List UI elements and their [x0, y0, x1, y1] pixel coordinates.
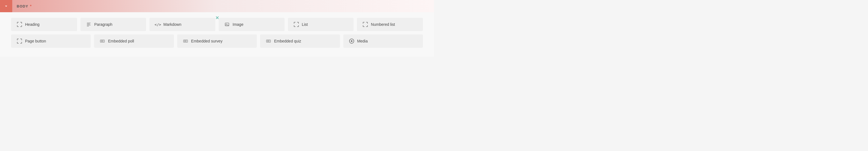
numbered-list-label: Numbered list [371, 22, 395, 27]
numbered-list-icon [363, 22, 368, 27]
svg-rect-2 [87, 25, 91, 26]
row-2: Page button Embedded poll [11, 34, 423, 48]
embedded-quiz-label: Embedded quiz [274, 39, 301, 43]
heading-icon [17, 22, 22, 27]
svg-rect-3 [87, 26, 89, 26]
media-label: Media [357, 39, 368, 43]
svg-rect-1 [87, 24, 90, 25]
svg-rect-0 [87, 23, 91, 23]
embedded-poll-label: Embedded poll [108, 39, 134, 43]
required-marker: * [30, 4, 31, 8]
list-item[interactable]: List [288, 18, 354, 31]
page-button-icon [17, 38, 22, 44]
markdown-icon: </> [155, 22, 160, 27]
page-button-item[interactable]: Page button [11, 34, 91, 48]
list-icon [293, 22, 299, 27]
page-button-label: Page button [25, 39, 46, 43]
embedded-poll-icon [100, 38, 105, 44]
main-content: ✕ Heading Paragraph </> Ma [0, 12, 434, 56]
media-item[interactable]: Media [343, 34, 423, 48]
embedded-quiz-icon [266, 38, 271, 44]
list-label: List [302, 22, 308, 27]
image-item[interactable]: Image [219, 18, 285, 31]
paragraph-icon [86, 22, 92, 27]
embedded-survey-label: Embedded survey [191, 39, 223, 43]
embedded-survey-item[interactable]: Embedded survey [177, 34, 257, 48]
numbered-list-item[interactable]: Numbered list [357, 18, 423, 31]
embedded-survey-icon [183, 38, 188, 44]
embedded-poll-item[interactable]: Embedded poll [94, 34, 174, 48]
close-button[interactable]: ✕ [214, 15, 220, 21]
heading-item[interactable]: Heading [11, 18, 77, 31]
image-label: Image [232, 22, 243, 27]
markdown-label: Markdown [163, 22, 181, 27]
media-icon [349, 38, 354, 44]
markdown-item[interactable]: </> Markdown [149, 18, 215, 31]
heading-label: Heading [25, 22, 39, 27]
svg-point-5 [226, 24, 226, 24]
embedded-quiz-item[interactable]: Embedded quiz [260, 34, 340, 48]
body-label: BODY [17, 4, 28, 8]
paragraph-item[interactable]: Paragraph [81, 18, 146, 31]
paragraph-label: Paragraph [94, 22, 113, 27]
chevron-button[interactable] [0, 0, 12, 12]
header: BODY * [0, 0, 434, 12]
image-icon [224, 22, 230, 27]
